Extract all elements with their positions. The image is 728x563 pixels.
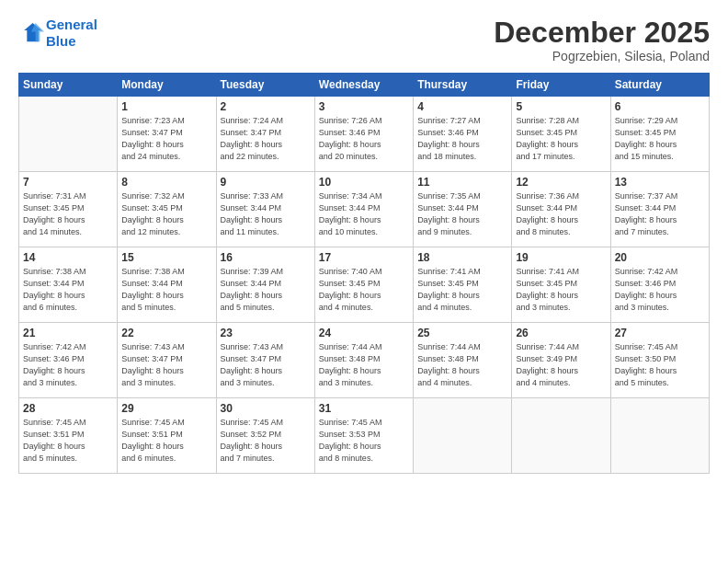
day-info: Sunrise: 7:44 AMSunset: 3:48 PMDaylight:… xyxy=(417,341,507,389)
day-number: 22 xyxy=(121,327,211,339)
calendar-cell: 15Sunrise: 7:38 AMSunset: 3:44 PMDayligh… xyxy=(118,247,216,323)
calendar-cell: 13Sunrise: 7:37 AMSunset: 3:44 PMDayligh… xyxy=(610,172,709,247)
day-info-line: and 20 minutes. xyxy=(319,152,378,161)
day-info-line: Sunrise: 7:23 AM xyxy=(121,116,185,125)
day-info-line: Daylight: 8 hours xyxy=(221,215,283,224)
day-info-line: and 7 minutes. xyxy=(221,454,275,463)
day-info-line: and 14 minutes. xyxy=(23,227,82,236)
calendar-cell: 21Sunrise: 7:42 AMSunset: 3:46 PMDayligh… xyxy=(19,323,118,398)
day-info-line: Sunset: 3:46 PM xyxy=(417,128,479,137)
day-info-line: Sunset: 3:46 PM xyxy=(615,279,677,288)
day-info-line: Daylight: 8 hours xyxy=(615,366,677,375)
header-thursday: Thursday xyxy=(414,74,512,97)
day-info: Sunrise: 7:45 AMSunset: 3:51 PMDaylight:… xyxy=(121,417,211,465)
day-number: 2 xyxy=(221,100,311,113)
calendar-cell: 9Sunrise: 7:33 AMSunset: 3:44 PMDaylight… xyxy=(216,172,314,247)
day-number: 29 xyxy=(121,402,211,415)
day-info-line: Daylight: 8 hours xyxy=(615,140,677,149)
day-info-line: and 3 minutes. xyxy=(516,303,570,312)
day-info-line: and 3 minutes. xyxy=(121,378,176,387)
day-info-line: Sunset: 3:44 PM xyxy=(516,203,577,213)
day-info-line: Sunrise: 7:38 AM xyxy=(23,267,86,276)
day-info-line: Sunset: 3:44 PM xyxy=(221,203,282,213)
day-info: Sunrise: 7:23 AMSunset: 3:47 PMDaylight:… xyxy=(121,115,211,163)
calendar-cell: 8Sunrise: 7:32 AMSunset: 3:45 PMDaylight… xyxy=(118,172,216,247)
day-info-line: Daylight: 8 hours xyxy=(121,366,184,375)
day-info-line: and 7 minutes. xyxy=(615,227,669,236)
calendar-cell xyxy=(610,398,709,474)
day-number: 13 xyxy=(615,176,705,189)
day-number: 3 xyxy=(319,100,409,113)
day-info-line: Sunset: 3:46 PM xyxy=(23,354,85,363)
day-info-line: and 5 minutes. xyxy=(121,303,176,312)
calendar-cell: 1Sunrise: 7:23 AMSunset: 3:47 PMDaylight… xyxy=(118,97,216,172)
day-info-line: Sunset: 3:44 PM xyxy=(417,203,479,213)
calendar-cell: 14Sunrise: 7:38 AMSunset: 3:44 PMDayligh… xyxy=(19,247,118,323)
day-number: 21 xyxy=(23,327,113,339)
day-info-line: Sunrise: 7:41 AM xyxy=(516,267,579,276)
day-info: Sunrise: 7:27 AMSunset: 3:46 PMDaylight:… xyxy=(417,115,507,163)
calendar-cell: 17Sunrise: 7:40 AMSunset: 3:45 PMDayligh… xyxy=(314,247,413,323)
day-info: Sunrise: 7:43 AMSunset: 3:47 PMDaylight:… xyxy=(221,341,311,389)
day-info: Sunrise: 7:45 AMSunset: 3:52 PMDaylight:… xyxy=(221,417,311,465)
day-info-line: Sunset: 3:45 PM xyxy=(615,128,677,137)
day-info-line: Daylight: 8 hours xyxy=(516,366,578,375)
day-info-line: and 15 minutes. xyxy=(615,152,674,161)
day-info: Sunrise: 7:39 AMSunset: 3:44 PMDaylight:… xyxy=(221,266,311,314)
header-tuesday: Tuesday xyxy=(216,74,314,97)
day-number: 20 xyxy=(615,251,705,264)
day-info-line: Daylight: 8 hours xyxy=(121,215,184,224)
day-info-line: Daylight: 8 hours xyxy=(23,366,85,375)
day-number: 25 xyxy=(417,327,507,339)
day-info: Sunrise: 7:43 AMSunset: 3:47 PMDaylight:… xyxy=(121,341,211,389)
day-info-line: Daylight: 8 hours xyxy=(319,140,381,149)
day-info-line: Sunrise: 7:33 AM xyxy=(221,191,284,201)
calendar-cell: 6Sunrise: 7:29 AMSunset: 3:45 PMDaylight… xyxy=(610,97,709,172)
day-info-line: and 11 minutes. xyxy=(221,227,279,236)
day-info-line: Sunset: 3:47 PM xyxy=(121,128,183,137)
day-info-line: Daylight: 8 hours xyxy=(417,140,480,149)
day-info-line: Sunset: 3:45 PM xyxy=(516,279,577,288)
day-info: Sunrise: 7:38 AMSunset: 3:44 PMDaylight:… xyxy=(23,266,113,314)
calendar-week-row: 7Sunrise: 7:31 AMSunset: 3:45 PMDaylight… xyxy=(19,172,710,247)
day-info-line: and 3 minutes. xyxy=(615,303,669,312)
day-info-line: Daylight: 8 hours xyxy=(417,366,480,375)
page: General Blue December 2025 Pogrzebien, S… xyxy=(0,0,728,563)
day-info-line: Sunset: 3:44 PM xyxy=(319,203,381,213)
day-number: 30 xyxy=(221,402,311,415)
day-info-line: Sunrise: 7:39 AM xyxy=(221,267,284,276)
day-number: 12 xyxy=(516,176,606,189)
day-info-line: and 22 minutes. xyxy=(221,152,279,161)
calendar-cell xyxy=(19,97,118,172)
day-info-line: and 18 minutes. xyxy=(417,152,476,161)
day-info-line: Sunset: 3:48 PM xyxy=(417,354,479,363)
calendar-cell: 23Sunrise: 7:43 AMSunset: 3:47 PMDayligh… xyxy=(216,323,314,398)
day-info-line: Sunrise: 7:45 AM xyxy=(121,418,185,427)
day-info-line: Sunset: 3:50 PM xyxy=(615,354,677,363)
day-info-line: Sunrise: 7:29 AM xyxy=(615,116,678,125)
day-info-line: and 4 minutes. xyxy=(417,303,472,312)
day-info-line: Sunrise: 7:37 AM xyxy=(615,191,678,201)
calendar-cell: 10Sunrise: 7:34 AMSunset: 3:44 PMDayligh… xyxy=(314,172,413,247)
day-number: 14 xyxy=(23,251,113,264)
day-info: Sunrise: 7:45 AMSunset: 3:51 PMDaylight:… xyxy=(23,417,113,465)
day-info-line: and 24 minutes. xyxy=(121,152,180,161)
day-info-line: Daylight: 8 hours xyxy=(516,140,578,149)
day-info-line: Daylight: 8 hours xyxy=(417,291,480,300)
day-info-line: and 10 minutes. xyxy=(319,227,378,236)
day-info-line: Sunset: 3:44 PM xyxy=(23,279,85,288)
day-info: Sunrise: 7:44 AMSunset: 3:49 PMDaylight:… xyxy=(516,341,606,389)
day-info: Sunrise: 7:34 AMSunset: 3:44 PMDaylight:… xyxy=(319,190,409,238)
day-info-line: Sunrise: 7:44 AM xyxy=(516,342,579,351)
day-number: 4 xyxy=(417,100,507,113)
weekday-header-row: Sunday Monday Tuesday Wednesday Thursday… xyxy=(19,74,710,97)
day-info-line: and 6 minutes. xyxy=(23,303,77,312)
calendar-cell: 11Sunrise: 7:35 AMSunset: 3:44 PMDayligh… xyxy=(414,172,512,247)
logo-line2: Blue xyxy=(46,33,76,49)
calendar-cell: 31Sunrise: 7:45 AMSunset: 3:53 PMDayligh… xyxy=(314,398,413,474)
day-info: Sunrise: 7:35 AMSunset: 3:44 PMDaylight:… xyxy=(417,190,507,238)
header-wednesday: Wednesday xyxy=(314,74,413,97)
calendar-cell xyxy=(512,398,610,474)
day-info-line: Daylight: 8 hours xyxy=(221,291,283,300)
calendar-cell: 24Sunrise: 7:44 AMSunset: 3:48 PMDayligh… xyxy=(314,323,413,398)
